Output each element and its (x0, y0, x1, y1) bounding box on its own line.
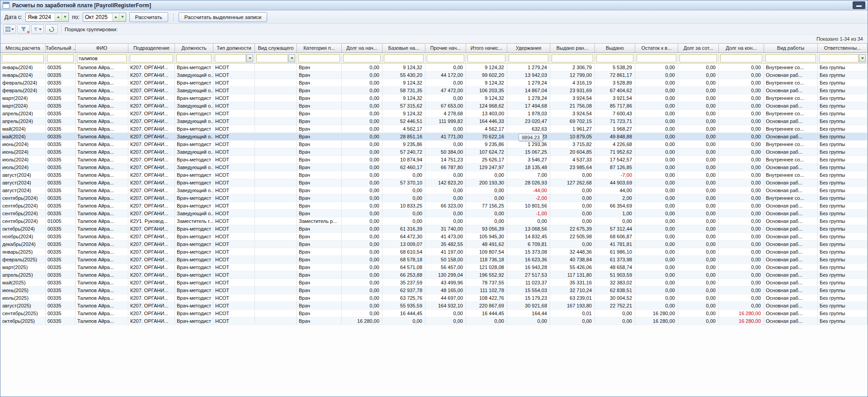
column-filter-input-1[interactable] (2, 54, 44, 62)
column-filter-input-16[interactable] (637, 54, 676, 62)
table-row[interactable]: сентябрь(2024)00335Талипов Айра...К207. … (0, 194, 868, 202)
column-header-19[interactable]: Вид работы (764, 44, 818, 53)
refresh-button[interactable] (45, 24, 58, 34)
table-row[interactable]: февраль(2024)00335Талипов Айра...К207. О… (0, 87, 868, 95)
date-from-input[interactable] (26, 13, 55, 21)
table-row[interactable]: июль(2024)00335Талипов Айра...К207. ОРГА… (0, 164, 868, 171)
column-header-12[interactable]: Итого начис... (466, 44, 507, 53)
column-header-4[interactable]: Подразделение (128, 44, 175, 53)
column-filter-input-11[interactable] (427, 54, 464, 62)
column-header-11[interactable]: Прочие нач... (425, 44, 466, 53)
table-row[interactable]: март(2025)00335Талипов Айра...К207. ОРГА… (0, 264, 868, 271)
table-row[interactable]: июль(2024)00335Талипов Айра...К207. ОРГА… (0, 156, 868, 164)
table-row[interactable]: февраль(2025)00335Талипов Айра...К207. О… (0, 256, 868, 264)
cell: май(2024) (0, 133, 46, 140)
column-filter-input-5[interactable] (176, 54, 212, 62)
column-header-20[interactable]: Ответственны... (818, 44, 868, 53)
date-from-up-button[interactable] (55, 13, 61, 21)
table-row[interactable]: июнь(2024)00335Талипов Айра...К207. ОРГА… (0, 141, 868, 148)
cell: Врач (297, 256, 342, 263)
column-header-1[interactable]: Месяц расчета (0, 44, 46, 53)
table-row[interactable]: май(2025)00335Талипов Айра...К207. ОРГАН… (0, 279, 868, 287)
column-header-2[interactable]: Табельный ... (46, 44, 75, 53)
column-header-14[interactable]: Выдано ран... (550, 44, 595, 53)
table-row[interactable]: октябрь(2025)00335Талипов Айра...К207. О… (0, 317, 868, 325)
column-header-3[interactable]: ФИО (75, 44, 128, 53)
column-header-8[interactable]: Категория п... (297, 44, 342, 53)
cell: 107 624,72 (466, 148, 507, 156)
column-header-9[interactable]: Долг на нач... (342, 44, 382, 53)
table-row[interactable]: январь(2025)00335Талипов Айра...К207. ОР… (0, 248, 868, 256)
column-filter-input-15[interactable] (596, 54, 633, 62)
table-row[interactable]: сентябрь(2024)00335Талипов Айра...К207. … (0, 210, 868, 217)
table-row[interactable]: сентябрь(2024)00335Талипов Айра...К207. … (0, 202, 868, 210)
column-filter-input-8[interactable] (298, 54, 340, 62)
table-row[interactable]: март(2024)00335Талипов Айра...К207. ОРГА… (0, 102, 868, 110)
column-header-13[interactable]: Удержания (507, 44, 550, 53)
table-row[interactable]: август(2025)00335Талипов Айра...К207. ОР… (0, 302, 868, 310)
column-filter-input-7[interactable] (256, 54, 288, 62)
column-filter-input-18[interactable] (720, 54, 762, 62)
cell: 66 787,80 (425, 164, 466, 171)
table-row[interactable]: сентябрь(2024)01005Талипов Айра...К2У1. … (0, 217, 868, 225)
column-filter-input-3[interactable] (77, 54, 127, 62)
column-filter-input-12[interactable] (467, 54, 505, 62)
column-header-7[interactable]: Вид служащего (255, 44, 297, 53)
table-row[interactable]: март(2024)00335Талипов Айра...К207. ОРГА… (0, 95, 868, 102)
table-row[interactable]: январь(2024)00335Талипов Айра...К207. ОР… (0, 64, 868, 71)
table-row[interactable]: апрель(2025)00335Талипов Айра...К207. ОР… (0, 271, 868, 279)
table-row[interactable]: август(2024)00335Талипов Айра...К207. ОР… (0, 179, 868, 187)
date-to-down-button[interactable] (119, 13, 126, 21)
column-filter-input-6[interactable] (215, 54, 246, 62)
column-header-18[interactable]: Долг на кон... (719, 44, 764, 53)
date-to-input[interactable] (83, 13, 112, 21)
table-row[interactable]: май(2024)00335Талипов Айра...К207. ОРГАН… (0, 125, 868, 133)
calculate-button[interactable]: Рассчитать (129, 12, 168, 22)
column-filter-input-13[interactable] (509, 54, 548, 62)
table-row[interactable]: декабрь(2024)00335Талипов Айра...К207. О… (0, 241, 868, 248)
cell: НСОТ (213, 210, 255, 217)
date-to-up-button[interactable] (112, 13, 119, 21)
table-row[interactable]: октябрь(2024)00335Талипов Айра...К207. О… (0, 225, 868, 233)
column-header-15[interactable]: Выдано (595, 44, 635, 53)
table-row[interactable]: июль(2025)00335Талипов Айра...К207. ОРГА… (0, 294, 868, 302)
column-header-17[interactable]: Долг за сот... (678, 44, 719, 53)
table-row[interactable]: май(2024)00335Талипов Айра...К207. ОРГАН… (0, 133, 868, 141)
table-row[interactable]: сентябрь(2025)00335Талипов Айра...К207. … (0, 310, 868, 317)
column-filter-input-10[interactable] (384, 54, 424, 62)
column-filter-input-19[interactable] (765, 54, 816, 62)
calculate-selected-button[interactable]: Рассчитать выделенные записи (179, 12, 267, 22)
column-header-5[interactable]: Должность (175, 44, 213, 53)
column-filter-input-14[interactable] (552, 54, 593, 62)
table-row[interactable]: апрель(2024)00335Талипов Айра...К207. ОР… (0, 118, 868, 125)
date-from-down-button[interactable] (61, 13, 68, 21)
minimize-button[interactable] (853, 1, 865, 9)
column-filter-input-17[interactable] (679, 54, 717, 62)
filter-dropdown-button[interactable] (859, 54, 866, 62)
table-row[interactable]: июнь(2025)00335Талипов Айра...К207. ОРГА… (0, 287, 868, 294)
column-filter-input-4[interactable] (130, 54, 173, 62)
cell: Без группы (818, 79, 868, 86)
filter-dropdown-button[interactable] (288, 54, 295, 62)
table-settings-button[interactable] (3, 24, 16, 34)
cell: Талипов Айра... (75, 71, 128, 79)
cell: 21 756,08 (550, 102, 595, 109)
table-row[interactable]: август(2024)00335Талипов Айра...К207. ОР… (0, 171, 868, 179)
table-row[interactable]: ноябрь(2024)00335Талипов Айра...К207. ОР… (0, 233, 868, 241)
table-row[interactable]: февраль(2024)00335Талипов Айра...К207. О… (0, 79, 868, 87)
column-header-10[interactable]: Базовые на... (382, 44, 425, 53)
column-filter-input-20[interactable] (819, 54, 859, 62)
table-row[interactable]: июнь(2024)00335Талипов Айра...К207. ОРГА… (0, 148, 868, 156)
column-filter-input-2[interactable] (47, 54, 74, 62)
cell: 0,00 (719, 294, 764, 302)
table-row[interactable]: август(2024)00335Талипов Айра...К207. ОР… (0, 187, 868, 194)
table-row[interactable]: январь(2024)00335Талипов Айра...К207. ОР… (0, 71, 868, 79)
column-header-16[interactable]: Остаток к в... (635, 44, 678, 53)
column-header-6[interactable]: Тип должности (213, 44, 255, 53)
clear-filter-button[interactable]: × (17, 24, 30, 34)
column-filter-input-9[interactable] (343, 54, 381, 62)
filter-dropdown-button[interactable] (246, 54, 253, 62)
filter-menu-button[interactable] (31, 24, 44, 34)
table-row[interactable]: апрель(2024)00335Талипов Айра...К207. ОР… (0, 110, 868, 118)
cell: 00335 (46, 64, 75, 71)
